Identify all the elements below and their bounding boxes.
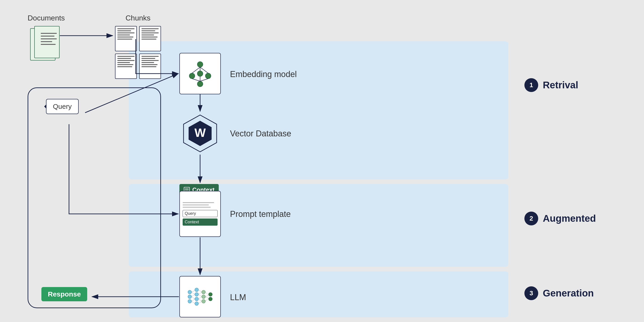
documents-label: Documents	[28, 14, 65, 22]
embedding-model-label: Embedding model	[230, 70, 297, 79]
embedding-model-icon	[185, 59, 215, 88]
svg-line-42	[206, 292, 208, 295]
chunk-1	[115, 26, 137, 51]
svg-point-29	[208, 297, 212, 301]
svg-line-38	[198, 294, 202, 297]
svg-point-18	[188, 290, 192, 294]
svg-point-1	[189, 73, 195, 79]
prompt-query-inner: Query	[182, 210, 218, 217]
svg-point-3	[197, 71, 203, 76]
doc-front	[34, 26, 60, 58]
vector-db-label: Vector Database	[230, 129, 291, 138]
svg-point-28	[208, 292, 212, 296]
svg-line-9	[192, 79, 200, 81]
svg-point-4	[197, 81, 203, 87]
svg-line-40	[198, 299, 202, 301]
svg-point-2	[206, 73, 211, 79]
svg-point-27	[202, 300, 206, 303]
llm-box	[180, 276, 221, 318]
svg-point-26	[202, 295, 206, 298]
svg-point-23	[195, 297, 198, 301]
llm-icon	[185, 282, 215, 312]
prompt-context-inner: Context	[182, 218, 218, 226]
svg-point-21	[195, 288, 198, 292]
svg-line-35	[192, 301, 195, 304]
svg-line-45	[206, 298, 208, 301]
svg-point-22	[195, 292, 198, 296]
svg-point-24	[195, 302, 198, 306]
svg-line-32	[192, 294, 195, 297]
retrieval-label: Retrival	[543, 80, 578, 90]
embedding-model-box	[180, 53, 221, 94]
svg-line-34	[192, 299, 195, 301]
svg-point-25	[202, 290, 206, 294]
query-bubble: Query	[46, 99, 79, 114]
chunks-label: Chunks	[126, 14, 151, 22]
response-badge: Response	[42, 287, 87, 301]
svg-line-39	[198, 297, 202, 299]
response-label: Response	[48, 290, 81, 298]
augmented-label: Augmented	[543, 213, 596, 224]
augmented-number: 2	[524, 212, 538, 226]
svg-line-44	[206, 297, 208, 298]
svg-point-19	[188, 295, 192, 298]
svg-line-41	[198, 301, 202, 304]
vector-db-icon: W	[180, 113, 221, 154]
vector-db-container: W	[180, 113, 221, 154]
svg-line-31	[192, 292, 195, 294]
svg-line-36	[198, 290, 202, 292]
section-retrieval: 1 Retrival	[524, 78, 578, 92]
main-container: 1 Retrival 2 Augmented 3 Generation Docu…	[0, 0, 644, 322]
retrieval-number: 1	[524, 78, 538, 92]
flow-container	[28, 88, 161, 308]
chunk-3	[115, 54, 137, 79]
svg-point-20	[188, 300, 192, 303]
svg-line-43	[206, 295, 208, 297]
svg-line-30	[192, 290, 195, 292]
chunk-2	[139, 26, 161, 51]
chunks-area: Chunks	[115, 14, 161, 79]
svg-line-37	[198, 292, 202, 294]
prompt-template-box: Query Context	[180, 191, 221, 237]
prompt-template-label: Prompt template	[230, 209, 291, 219]
svg-line-10	[200, 79, 208, 81]
chunk-4	[139, 54, 161, 79]
chunks-grid	[115, 26, 161, 79]
documents-area: Documents	[28, 14, 65, 63]
svg-text:W: W	[194, 126, 206, 140]
svg-point-0	[197, 62, 203, 67]
generation-label: Generation	[543, 288, 594, 299]
section-augmented: 2 Augmented	[524, 212, 596, 226]
section-generation: 3 Generation	[524, 286, 594, 300]
llm-label: LLM	[230, 292, 246, 302]
documents-icon	[30, 26, 62, 63]
query-label: Query	[53, 102, 72, 110]
generation-number: 3	[524, 286, 538, 300]
svg-line-33	[192, 297, 195, 299]
